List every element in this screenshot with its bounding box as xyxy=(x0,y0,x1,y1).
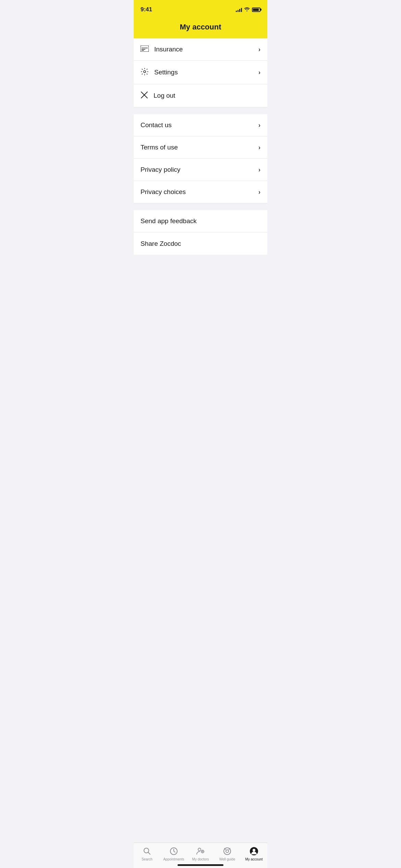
secondary-menu-section: Contact us › Terms of use › Privacy poli… xyxy=(134,114,267,203)
page-title: My account xyxy=(141,23,260,32)
primary-menu-section: Insurance › Settings › xyxy=(134,38,267,107)
insurance-icon xyxy=(141,46,149,53)
wifi-icon xyxy=(244,7,250,13)
contact-label: Contact us xyxy=(141,121,172,129)
privacy-choices-menu-item[interactable]: Privacy choices › xyxy=(134,181,267,203)
signal-icon xyxy=(236,7,242,12)
page-header: My account xyxy=(134,17,267,38)
status-icons xyxy=(236,7,260,13)
insurance-chevron: › xyxy=(258,46,260,53)
section-divider-1 xyxy=(134,107,267,114)
contact-chevron: › xyxy=(258,122,260,129)
settings-chevron: › xyxy=(258,69,260,76)
svg-point-4 xyxy=(144,71,146,73)
terms-menu-item[interactable]: Terms of use › xyxy=(134,136,267,159)
status-time: 9:41 xyxy=(141,6,152,13)
share-menu-item[interactable]: Share Zocdoc xyxy=(134,232,267,255)
battery-icon xyxy=(252,8,260,12)
section-divider-2 xyxy=(134,203,267,210)
main-content: Insurance › Settings › xyxy=(134,38,267,323)
content-spacer xyxy=(134,255,267,323)
privacy-policy-label: Privacy policy xyxy=(141,166,180,173)
insurance-menu-item[interactable]: Insurance › xyxy=(134,38,267,61)
privacy-policy-menu-item[interactable]: Privacy policy › xyxy=(134,159,267,181)
privacy-policy-chevron: › xyxy=(258,166,260,173)
insurance-label: Insurance xyxy=(154,46,183,53)
contact-menu-item[interactable]: Contact us › xyxy=(134,114,267,136)
feedback-label: Send app feedback xyxy=(141,217,197,225)
terms-label: Terms of use xyxy=(141,144,178,151)
logout-menu-item[interactable]: Log out xyxy=(134,84,267,107)
svg-rect-0 xyxy=(141,46,149,52)
logout-label: Log out xyxy=(154,92,175,99)
terms-chevron: › xyxy=(258,144,260,151)
privacy-choices-chevron: › xyxy=(258,189,260,196)
settings-menu-item[interactable]: Settings › xyxy=(134,61,267,84)
privacy-choices-label: Privacy choices xyxy=(141,188,186,196)
x-icon xyxy=(141,91,148,100)
gear-icon xyxy=(141,68,149,77)
status-bar: 9:41 xyxy=(134,0,267,17)
tertiary-menu-section: Send app feedback Share Zocdoc xyxy=(134,210,267,255)
settings-label: Settings xyxy=(154,69,178,76)
feedback-menu-item[interactable]: Send app feedback xyxy=(134,210,267,232)
share-label: Share Zocdoc xyxy=(141,240,181,248)
